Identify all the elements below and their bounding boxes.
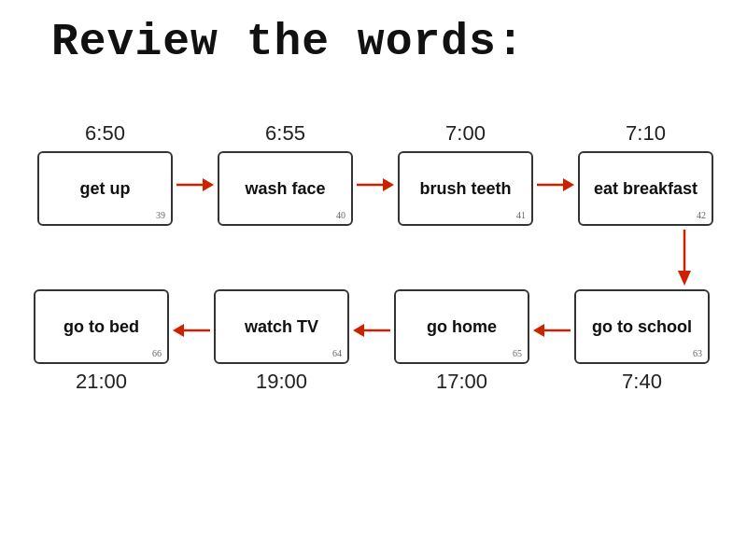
time-brush-teeth: 7:00 (445, 121, 486, 146)
svg-marker-7 (678, 271, 691, 286)
arrow-right-3 (537, 174, 574, 196)
time-watch-tv: 19:00 (256, 370, 307, 394)
col-brush-teeth: 7:00 brush teeth 41 (398, 121, 533, 226)
arrow-right-2 (357, 174, 394, 196)
time-get-up: 6:50 (85, 121, 125, 146)
card-wash-face: wash face 40 (218, 151, 353, 226)
time-go-to-bed: 21:00 (76, 370, 127, 394)
text-go-home: go home (427, 317, 497, 337)
time-eat-breakfast: 7:10 (626, 121, 666, 146)
card-watch-tv: watch TV 64 (214, 289, 349, 364)
text-get-up: get up (80, 179, 131, 199)
svg-marker-3 (383, 178, 394, 191)
card-go-to-school: go to school 63 (574, 289, 710, 364)
svg-marker-13 (173, 324, 184, 337)
num-wash-face: 40 (336, 210, 345, 220)
col-go-to-school: go to school 63 7:40 (574, 289, 710, 394)
num-go-home: 65 (513, 348, 522, 358)
svg-marker-1 (203, 178, 214, 191)
arrow-left-2 (353, 319, 390, 342)
col-watch-tv: watch TV 64 19:00 (214, 289, 349, 394)
svg-marker-9 (533, 324, 544, 337)
row1: 6:50 get up 39 6:55 wash face 40 (37, 121, 710, 226)
num-go-to-bed: 66 (152, 348, 162, 358)
page-title: Review the words: (0, 0, 747, 67)
svg-marker-5 (563, 178, 574, 191)
card-go-to-bed: go to bed 66 (34, 289, 169, 364)
arrow-left-1 (533, 319, 571, 342)
text-eat-breakfast: eat breakfast (594, 179, 698, 199)
flow-container: 6:50 get up 39 6:55 wash face 40 (37, 112, 710, 394)
card-eat-breakfast: eat breakfast 42 (578, 151, 713, 226)
time-go-to-school: 7:40 (622, 370, 662, 394)
row2: go to school 63 7:40 go home 65 17:00 (37, 289, 710, 394)
num-brush-teeth: 41 (516, 210, 526, 220)
time-go-home: 17:00 (436, 370, 487, 394)
col-go-home: go home 65 17:00 (394, 289, 529, 394)
col-go-to-bed: go to bed 66 21:00 (34, 289, 169, 394)
card-get-up: get up 39 (37, 151, 173, 226)
num-eat-breakfast: 42 (697, 210, 706, 220)
arrow-left-3 (173, 319, 210, 342)
arrow-down-container (37, 230, 710, 286)
arrow-right-1 (176, 174, 214, 196)
num-watch-tv: 64 (332, 348, 342, 358)
num-go-to-school: 63 (693, 348, 702, 358)
text-wash-face: wash face (245, 179, 325, 199)
time-wash-face: 6:55 (265, 121, 305, 146)
col-get-up: 6:50 get up 39 (37, 121, 173, 226)
num-get-up: 39 (156, 210, 165, 220)
text-go-to-bed: go to bed (63, 317, 139, 337)
text-brush-teeth: brush teeth (419, 179, 511, 199)
card-brush-teeth: brush teeth 41 (398, 151, 533, 226)
col-eat-breakfast: 7:10 eat breakfast 42 (578, 121, 713, 226)
svg-marker-11 (353, 324, 364, 337)
col-wash-face: 6:55 wash face 40 (218, 121, 353, 226)
card-go-home: go home 65 (394, 289, 529, 364)
text-watch-tv: watch TV (245, 317, 318, 337)
text-go-to-school: go to school (592, 317, 692, 337)
